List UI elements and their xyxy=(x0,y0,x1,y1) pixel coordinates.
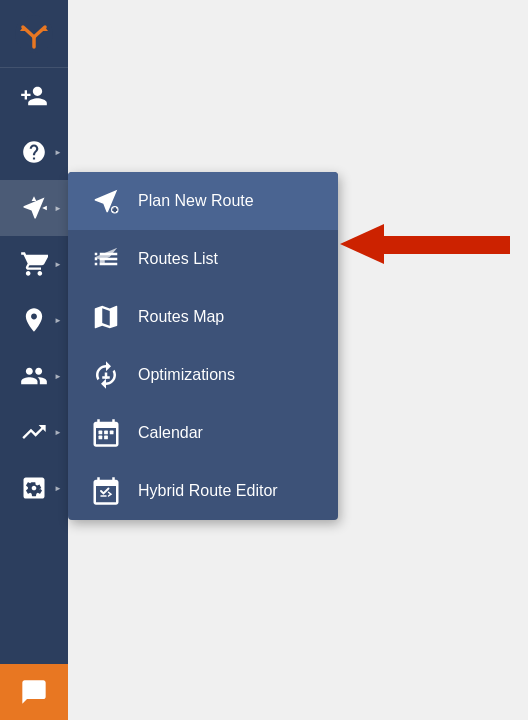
svg-rect-16 xyxy=(380,236,510,254)
routes-map-icon xyxy=(88,299,124,335)
hybrid-route-editor-label: Hybrid Route Editor xyxy=(138,482,278,500)
routes-list-icon xyxy=(88,241,124,277)
settings-chevron: ► xyxy=(54,484,62,493)
sidebar-item-help[interactable]: ► xyxy=(0,124,68,180)
svg-rect-14 xyxy=(99,436,103,440)
sidebar-item-tracking[interactable]: ► xyxy=(0,292,68,348)
menu-item-routes-map[interactable]: Routes Map xyxy=(68,288,338,346)
sidebar-logo[interactable] xyxy=(0,0,68,68)
sidebar-item-routes[interactable]: ► xyxy=(0,180,68,236)
svg-rect-11 xyxy=(99,431,103,435)
plan-new-route-label: Plan New Route xyxy=(138,192,254,210)
indicator-arrow xyxy=(340,220,510,272)
sidebar-item-orders[interactable]: ► xyxy=(0,236,68,292)
svg-rect-10 xyxy=(102,376,110,379)
menu-item-routes-list[interactable]: Routes List xyxy=(68,230,338,288)
svg-marker-17 xyxy=(340,224,384,264)
svg-rect-8 xyxy=(112,209,117,212)
chat-button[interactable] xyxy=(0,664,68,720)
sidebar-item-analytics[interactable]: ► xyxy=(0,404,68,460)
svg-rect-13 xyxy=(110,431,114,435)
sidebar-item-add-user[interactable] xyxy=(0,68,68,124)
menu-item-hybrid-route-editor[interactable]: Hybrid Route Editor xyxy=(68,462,338,520)
routes-dropdown-menu: Plan New Route Routes List Routes Map xyxy=(68,172,338,520)
menu-item-calendar[interactable]: Calendar xyxy=(68,404,338,462)
tracking-chevron: ► xyxy=(54,316,62,325)
routes-chevron: ► xyxy=(54,204,62,213)
calendar-label: Calendar xyxy=(138,424,203,442)
menu-item-optimizations[interactable]: Optimizations xyxy=(68,346,338,404)
orders-chevron: ► xyxy=(54,260,62,269)
analytics-chevron: ► xyxy=(54,428,62,437)
sidebar-item-settings[interactable]: ► xyxy=(0,460,68,516)
sidebar-bottom xyxy=(0,664,68,720)
team-chevron: ► xyxy=(54,372,62,381)
routes-list-label: Routes List xyxy=(138,250,218,268)
calendar-icon xyxy=(88,415,124,451)
plan-new-route-icon xyxy=(88,183,124,219)
help-chevron: ► xyxy=(54,148,62,157)
optimizations-label: Optimizations xyxy=(138,366,235,384)
routes-map-label: Routes Map xyxy=(138,308,224,326)
menu-item-plan-new-route[interactable]: Plan New Route xyxy=(68,172,338,230)
sidebar-item-team[interactable]: ► xyxy=(0,348,68,404)
svg-rect-15 xyxy=(104,436,108,440)
optimizations-icon xyxy=(88,357,124,393)
hybrid-route-editor-icon xyxy=(88,473,124,509)
svg-rect-12 xyxy=(104,431,108,435)
sidebar: ► ► ► ► ► ► xyxy=(0,0,68,720)
